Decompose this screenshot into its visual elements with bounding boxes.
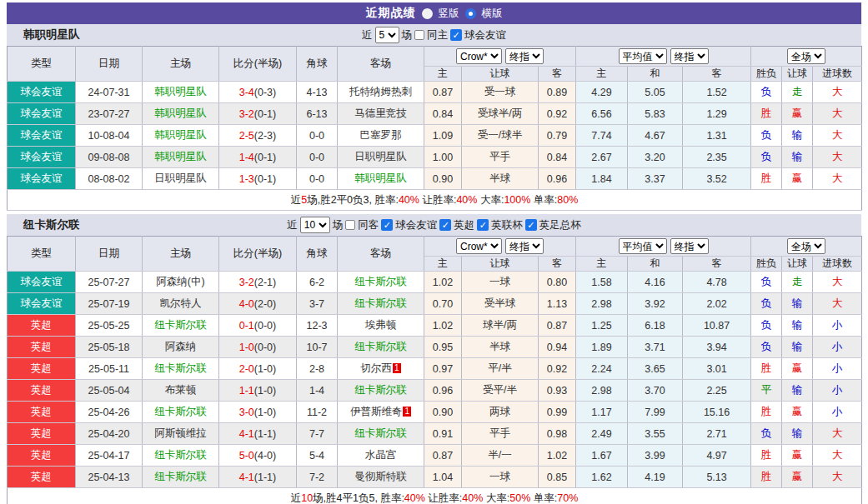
odds-time-select[interactable]: 终指 [505, 48, 544, 64]
summary-segment: 大率: [477, 194, 504, 206]
home-team[interactable]: 纽卡斯尔联 [143, 445, 219, 467]
home-odds: 0.90 [424, 168, 462, 190]
away-team[interactable]: 巴塞罗那 [338, 125, 424, 147]
away-team-name[interactable]: 纽卡斯尔联 [354, 276, 407, 287]
home-team[interactable]: 纽卡斯尔联 [143, 402, 219, 423]
home-team-name[interactable]: 韩职明星队 [154, 86, 207, 97]
home-team[interactable]: 纽卡斯尔联 [143, 467, 219, 488]
home-team-name[interactable]: 纽卡斯尔联 [154, 406, 207, 417]
home-team-name[interactable]: 纽卡斯尔联 [154, 449, 207, 461]
away-team-name[interactable]: 伊普斯维奇 [350, 406, 403, 417]
away-team[interactable]: 纽卡斯尔联 [338, 380, 424, 402]
odds-source-select[interactable]: Crow* [456, 238, 502, 254]
home-team[interactable]: 韩职明星队 [143, 103, 219, 125]
match-row: 英超25-04-13纽卡斯尔联4-1(1-1)7-2曼彻斯特联1.04一球0.8… [8, 467, 862, 488]
team-name: 韩职明星队 [23, 27, 80, 42]
odds-time-select[interactable]: 终指 [505, 238, 544, 254]
away-team-name[interactable]: 纽卡斯尔联 [354, 384, 407, 396]
away-team-name[interactable]: 曼彻斯特联 [354, 471, 407, 482]
league-filter-checkbox[interactable]: ✓ [477, 219, 489, 231]
home-team[interactable]: 韩职明星队 [143, 82, 219, 103]
away-team-name[interactable]: 巴塞罗那 [360, 129, 402, 141]
league-filter-checkbox[interactable]: ✓ [381, 219, 393, 231]
summary-segment: 40% [456, 194, 477, 206]
away-team-name[interactable]: 埃弗顿 [365, 319, 397, 331]
away-team[interactable]: 水晶宫 [338, 445, 424, 467]
home-team-name[interactable]: 纽卡斯尔联 [154, 362, 207, 374]
league-filter-checkbox[interactable]: ✓ [450, 29, 462, 41]
league-filter-label[interactable]: 球会友谊 [395, 218, 437, 232]
away-team-name[interactable]: 马德里竞技 [354, 107, 407, 119]
league-filter-label[interactable]: 球会友谊 [464, 28, 506, 42]
home-team[interactable]: 纽卡斯尔联 [143, 315, 219, 337]
home-team-name[interactable]: 韩职明星队 [154, 129, 207, 141]
home-team[interactable]: 布莱顿 [143, 380, 219, 402]
league-filter-checkbox[interactable]: ✓ [525, 219, 537, 231]
home-team[interactable]: 阿森纳(中) [143, 272, 219, 293]
vertical-layout-label[interactable]: 竖版 [439, 7, 459, 21]
away-team[interactable]: 纽卡斯尔联 [338, 337, 424, 358]
home-team[interactable]: 纽卡斯尔联 [143, 358, 219, 380]
odds-source-select[interactable]: Crow* [456, 48, 502, 64]
home-team-name[interactable]: 纽卡斯尔联 [154, 319, 207, 331]
away-team[interactable]: 韩职明星队 [338, 168, 424, 190]
home-team-name[interactable]: 韩职明星队 [154, 107, 207, 119]
league-filter-label[interactable]: 英足总杯 [539, 218, 581, 232]
match-count-select[interactable]: 10 [300, 217, 330, 233]
league-filter-checkbox[interactable]: ✓ [439, 219, 451, 231]
home-team[interactable]: 韩职明星队 [143, 147, 219, 168]
away-team[interactable]: 托特纳姆热刺 [338, 82, 424, 103]
column-header: 比分(半场) [219, 237, 297, 272]
avg-type-select[interactable]: 平均值 [619, 48, 667, 64]
home-team[interactable]: 阿森纳 [143, 337, 219, 358]
scope-select[interactable]: 全场 [787, 238, 825, 254]
away-team[interactable]: 切尔西1 [338, 358, 424, 380]
vertical-layout-radio[interactable] [422, 8, 433, 19]
away-team-name[interactable]: 纽卡斯尔联 [354, 297, 407, 309]
same-venue-checkbox[interactable] [414, 30, 424, 40]
away-team[interactable]: 伊普斯维奇1 [338, 402, 424, 423]
home-team-name[interactable]: 日职明星队 [154, 172, 207, 184]
away-team[interactable]: 曼彻斯特联 [338, 467, 424, 488]
avg-time-select[interactable]: 终指 [670, 238, 709, 254]
away-team-name[interactable]: 纽卡斯尔联 [354, 341, 407, 352]
avg-time-select[interactable]: 终指 [670, 48, 709, 64]
home-team-name[interactable]: 纽卡斯尔联 [154, 471, 207, 482]
avg-home-odds: 2.24 [576, 358, 628, 380]
away-team[interactable]: 纽卡斯尔联 [338, 293, 424, 315]
league-filter-label[interactable]: 英超 [454, 218, 474, 232]
horizontal-layout-label[interactable]: 横版 [482, 7, 503, 21]
league-filter-label[interactable]: 英联杯 [491, 218, 523, 232]
home-team[interactable]: 凯尔特人 [143, 293, 219, 315]
home-team-name[interactable]: 阿斯顿维拉 [154, 427, 207, 439]
home-team[interactable]: 阿斯顿维拉 [143, 423, 219, 445]
goals-result: 大 [813, 82, 862, 103]
away-team[interactable]: 马德里竞技 [338, 103, 424, 125]
away-team[interactable]: 纽卡斯尔联 [338, 272, 424, 293]
home-team-name[interactable]: 凯尔特人 [160, 297, 202, 309]
away-team[interactable]: 纽卡斯尔联 [338, 423, 424, 445]
home-team-name[interactable]: 布莱顿 [165, 384, 197, 396]
home-team[interactable]: 韩职明星队 [143, 125, 219, 147]
away-team[interactable]: 埃弗顿 [338, 315, 424, 337]
horizontal-layout-radio[interactable] [465, 8, 476, 19]
away-team[interactable]: 日职明星队 [338, 147, 424, 168]
home-team-name[interactable]: 阿森纳 [165, 341, 197, 352]
same-venue-label[interactable]: 同主 [427, 28, 448, 42]
away-team-name[interactable]: 纽卡斯尔联 [354, 427, 407, 439]
away-team-name[interactable]: 韩职明星队 [354, 172, 407, 184]
match-count-select[interactable]: 5 [375, 27, 399, 43]
away-team-name[interactable]: 切尔西 [360, 362, 392, 374]
team-table-section: 韩职明星队近5场同主✓球会友谊类型日期主场比分(半场)角球客场Crow*终指平均… [7, 24, 861, 211]
avg-selects-cell: 平均值终指 [576, 237, 751, 257]
same-venue-label[interactable]: 同客 [358, 218, 379, 232]
away-team-name[interactable]: 托特纳姆热刺 [349, 86, 412, 97]
home-team[interactable]: 日职明星队 [143, 168, 219, 190]
away-team-name[interactable]: 水晶宫 [365, 449, 397, 461]
home-team-name[interactable]: 韩职明星队 [154, 151, 207, 162]
home-team-name[interactable]: 阿森纳(中) [156, 276, 204, 287]
away-team-name[interactable]: 日职明星队 [354, 151, 407, 162]
same-venue-checkbox[interactable] [345, 220, 355, 230]
scope-select[interactable]: 全场 [787, 48, 825, 64]
avg-type-select[interactable]: 平均值 [619, 238, 667, 254]
